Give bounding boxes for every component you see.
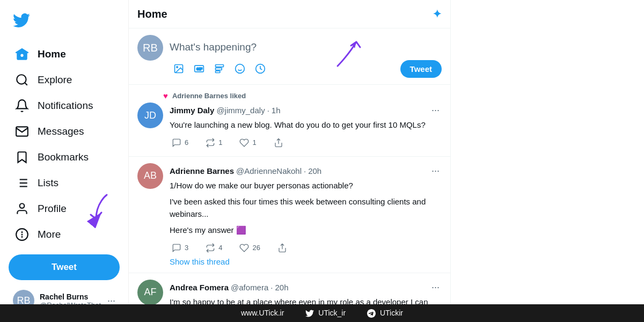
liked-by-text: Adrienne Barnes liked	[172, 92, 246, 100]
reply-button[interactable]: 3	[170, 241, 191, 255]
retweet-button[interactable]: 1	[203, 136, 224, 150]
sidebar-item-messages-label: Messages	[38, 126, 84, 137]
svg-point-13	[21, 237, 22, 237]
sidebar-tweet-button[interactable]: Tweet	[9, 254, 120, 280]
reply-count: 3	[185, 244, 188, 252]
compose-box: RB What's happening? GIF	[129, 28, 450, 85]
tweet-main: JD Jimmy Daly @jimmy_daly · 1h ··· You'r…	[137, 103, 442, 150]
tweet-handle: @afomera	[231, 283, 268, 292]
bookmarks-icon	[15, 150, 29, 164]
heart-icon: ♥	[163, 91, 168, 100]
sidebar-item-explore-label: Explore	[38, 74, 72, 86]
sidebar-item-explore[interactable]: Explore	[9, 68, 120, 92]
tweet-name: Jimmy Daly	[170, 106, 214, 115]
annotation-arrow-up	[332, 34, 364, 71]
sparkle-icon[interactable]: ✦	[433, 8, 442, 20]
tweet-time: 20h	[275, 283, 288, 292]
sidebar-item-home[interactable]: Home	[9, 42, 120, 67]
lists-icon	[15, 176, 29, 190]
tweet-avatar: JD	[137, 103, 163, 128]
like-count: 1	[252, 138, 256, 147]
compose-tools: GIF	[170, 60, 269, 78]
tweet-handle: @jimmy_daly	[216, 106, 265, 115]
notifications-icon	[15, 99, 29, 113]
like-button[interactable]: 1	[237, 136, 258, 150]
compose-tweet-button[interactable]: Tweet	[400, 60, 442, 78]
sidebar-item-lists-label: Lists	[38, 177, 58, 189]
tweet-main: AB Adrienne Barnes @AdrienneNakohl · 20h…	[137, 163, 442, 266]
svg-point-6	[20, 203, 25, 208]
tweet-more-button[interactable]: ···	[429, 280, 442, 295]
tweet-name: Adrienne Barnes	[170, 166, 234, 175]
tweet-handle: @AdrienneNakohl	[236, 166, 302, 175]
share-button[interactable]	[275, 241, 289, 255]
tweet-header: Adrienne Barnes @AdrienneNakohl · 20h ··…	[170, 163, 442, 179]
tweet-user-info: Jimmy Daly @jimmy_daly · 1h	[170, 106, 281, 115]
sidebar-item-home-label: Home	[38, 48, 66, 60]
tweet-actions: 6 1 1	[170, 136, 442, 150]
main-feed: Home ✦ RB What's happening? GIF	[129, 0, 451, 322]
tweet-more-button[interactable]: ···	[429, 103, 442, 118]
retweet-button[interactable]: 4	[203, 241, 224, 255]
tweet-content: Adrienne Barnes @AdrienneNakohl · 20h ··…	[170, 163, 442, 266]
svg-rect-20	[216, 65, 224, 67]
sidebar-item-bookmarks-label: Bookmarks	[38, 151, 89, 163]
tweet-time: 20h	[308, 166, 321, 175]
tweet-content: Jimmy Daly @jimmy_daly · 1h ··· You're l…	[170, 103, 442, 150]
watermark-website: www.UTick.ir	[241, 309, 284, 317]
compose-avatar: RB	[137, 35, 163, 61]
svg-point-23	[236, 64, 245, 74]
more-icon	[15, 228, 29, 241]
svg-point-12	[21, 234, 22, 235]
tweet-name: Andrea Fomera	[170, 283, 229, 292]
reply-count: 6	[185, 138, 188, 147]
compose-gif-button[interactable]: GIF	[190, 60, 208, 78]
compose-emoji-button[interactable]	[231, 60, 249, 78]
share-button[interactable]	[272, 136, 286, 150]
tweet-header: Andrea Fomera @afomera · 20h ···	[170, 280, 442, 295]
tweet-user-info: Adrienne Barnes @AdrienneNakohl · 20h	[170, 166, 321, 175]
svg-text:GIF: GIF	[196, 67, 202, 71]
tweet-more-button[interactable]: ···	[429, 163, 442, 179]
compose-right: What's happening? GIF	[170, 35, 442, 78]
twitter-logo[interactable]	[9, 5, 120, 38]
like-count: 26	[252, 244, 260, 252]
main-header: Home ✦	[129, 0, 450, 28]
tweet-text: You're launching a new blog. What do you…	[170, 119, 442, 131]
tweet-time: 1h	[272, 106, 281, 115]
profile-icon	[15, 202, 29, 216]
explore-icon	[15, 73, 29, 87]
tweet-actions: 3 4 26	[170, 241, 442, 255]
svg-point-17	[177, 67, 178, 68]
home-icon	[15, 47, 29, 61]
show-thread-link[interactable]: Show this thread	[170, 257, 442, 266]
liked-by-label: ♥ Adrienne Barnes liked	[163, 91, 442, 100]
tweet-avatar: AF	[137, 280, 163, 305]
reply-button[interactable]: 6	[170, 136, 191, 150]
compose-toolbar: GIF Tweet	[170, 60, 442, 78]
like-button[interactable]: 26	[237, 241, 262, 255]
sidebar-item-notifications-label: Notifications	[38, 100, 93, 112]
annotation-arrow-down	[85, 192, 118, 230]
tweet-card[interactable]: AB Adrienne Barnes @AdrienneNakohl · 20h…	[129, 157, 450, 273]
sidebar-user-name: Rachel Burns	[40, 292, 107, 301]
watermark-twitter: UTick_ir	[305, 309, 346, 318]
compose-image-button[interactable]	[170, 60, 188, 78]
tweet-avatar: AB	[137, 163, 163, 189]
messages-icon	[15, 125, 29, 138]
sidebar-item-notifications[interactable]: Notifications	[9, 93, 120, 118]
tweet-text-3: Here's my answer 🟪	[170, 224, 442, 237]
compose-placeholder[interactable]: What's happening?	[170, 35, 442, 55]
tweet-card[interactable]: ♥ Adrienne Barnes liked JD Jimmy Daly @j…	[129, 85, 450, 157]
compose-schedule-button[interactable]	[251, 60, 269, 78]
watermark-bar: www.UTick.ir UTick_ir UTickir	[0, 304, 644, 322]
retweet-count: 1	[218, 138, 222, 147]
retweet-count: 4	[218, 244, 222, 252]
sidebar-item-bookmarks[interactable]: Bookmarks	[9, 145, 120, 170]
watermark-telegram: UTickir	[367, 309, 403, 318]
tweet-user-info: Andrea Fomera @afomera · 20h	[170, 283, 289, 292]
tweet-header: Jimmy Daly @jimmy_daly · 1h ···	[170, 103, 442, 118]
tweet-text-1: 1/How do we make our buyer personas acti…	[170, 180, 442, 192]
sidebar-item-messages[interactable]: Messages	[9, 119, 120, 144]
compose-poll-button[interactable]	[210, 60, 229, 78]
